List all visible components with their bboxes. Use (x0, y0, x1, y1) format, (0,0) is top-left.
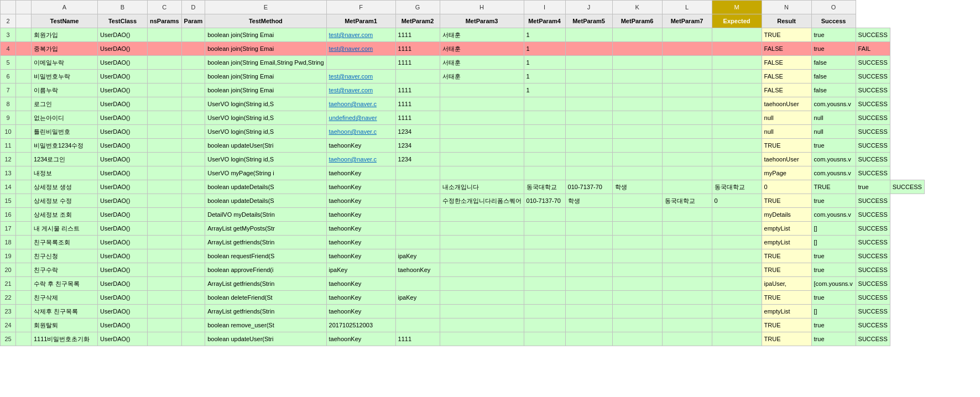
col-letter-i[interactable]: I (524, 1, 565, 14)
cell (712, 332, 762, 346)
col-letter-k[interactable]: K (612, 1, 662, 14)
table-row: 22친구삭제UserDAO()boolean deleteFriend(Stta… (1, 291, 925, 305)
cell: 수락 후 친구목록 (32, 277, 98, 291)
row-number: 11 (1, 139, 16, 153)
col-letter-rownum[interactable] (16, 1, 32, 14)
col-letter-h[interactable]: H (440, 1, 524, 14)
cell: emptyList (762, 236, 811, 249)
cell (612, 125, 662, 139)
cell (662, 83, 712, 97)
col-letter-l[interactable]: L (662, 1, 712, 14)
email-link[interactable]: test@naver.com (329, 87, 373, 93)
cell: 상세정보 수정 (32, 194, 98, 208)
cell (524, 222, 565, 236)
table-row: 3회원가입UserDAO()boolean join(String Emaite… (1, 28, 925, 42)
table-row: 6비밀번호누락UserDAO()boolean join(String Emai… (1, 70, 925, 83)
cell: 1234 (395, 125, 440, 139)
cell (440, 305, 524, 318)
cell (440, 153, 524, 166)
cell: UserDAO() (98, 208, 148, 222)
spreadsheet[interactable]: A B C D E F G H I J K L M N O 2 TestName (0, 0, 980, 397)
header-metparam4: MetParam4 (524, 14, 565, 28)
cell: SUCCESS (856, 97, 890, 111)
email-link[interactable]: undefined@naver (329, 114, 377, 121)
row-number: 3 (1, 28, 16, 42)
cell (662, 249, 712, 263)
cell: taehoon@naver.c (326, 125, 395, 139)
cell (612, 236, 662, 249)
col-letter-a[interactable]: A (32, 1, 98, 14)
row-number-2 (16, 194, 32, 208)
row-number: 14 (1, 180, 16, 194)
cell: true (811, 249, 856, 263)
cell: 1111 (395, 42, 440, 56)
table-row: 7이름누락UserDAO()boolean join(String Emaite… (1, 83, 925, 97)
col-letter-c[interactable]: C (148, 1, 182, 14)
cell: 친구신청 (32, 249, 98, 263)
cell: null (762, 111, 811, 125)
col-letter-n[interactable]: N (762, 1, 811, 14)
col-letter-d[interactable]: D (181, 1, 205, 14)
cell (524, 277, 565, 291)
cell (148, 166, 182, 180)
col-letter-f[interactable]: F (326, 1, 395, 14)
cell (181, 291, 205, 305)
cell: UserDAO() (98, 332, 148, 346)
table-row: 14상세정보 생성UserDAO()boolean updateDetails(… (1, 180, 925, 194)
row-number: 9 (1, 111, 16, 125)
row-number-2 (16, 56, 32, 70)
cell (181, 56, 205, 70)
cell: 회원탈퇴 (32, 318, 98, 332)
header-expected: Expected (712, 14, 762, 28)
email-link[interactable]: taehoon@naver.c (329, 156, 377, 163)
cell (395, 305, 440, 318)
col-letter-o[interactable]: O (811, 1, 856, 14)
col-letter-m[interactable]: M (712, 1, 762, 14)
cell (712, 318, 762, 332)
cell: test@naver.com (326, 42, 395, 56)
cell: 1 (524, 56, 565, 70)
cell: taehoonKey (326, 332, 395, 346)
cell: boolean updateUser(Stri (205, 139, 326, 153)
row-number: 17 (1, 222, 16, 236)
cell: 서태훈 (440, 42, 524, 56)
cell: 1 (524, 42, 565, 56)
col-letter-e[interactable]: E (205, 1, 326, 14)
row-number: 22 (1, 291, 16, 305)
row-number: 4 (1, 42, 16, 56)
col-letter-g[interactable]: G (395, 1, 440, 14)
cell: taehoon@naver.c (326, 153, 395, 166)
email-link[interactable]: test@naver.com (329, 32, 373, 38)
row-number: 10 (1, 125, 16, 139)
email-link[interactable]: taehoon@naver.c (329, 128, 377, 135)
table-row: 5이메일누락UserDAO()boolean join(String Email… (1, 56, 925, 70)
header-testname: TestName (32, 14, 98, 28)
row-number-2 (16, 28, 32, 42)
cell: UserDAO() (98, 56, 148, 70)
cell: UserVO myPage(String i (205, 166, 326, 180)
cell (612, 332, 662, 346)
cell: UserDAO() (98, 42, 148, 56)
cell: com.yousns.v (811, 208, 856, 222)
email-link[interactable]: taehoon@naver.c (329, 101, 377, 107)
cell (612, 139, 662, 153)
cell: 1 (524, 70, 565, 83)
email-link[interactable]: test@naver.com (329, 73, 373, 80)
cell (612, 291, 662, 305)
cell (148, 42, 182, 56)
table-row: 16상세정보 조회UserDAO()DetailVO myDetails(Str… (1, 208, 925, 222)
cell (181, 263, 205, 277)
row-number: 13 (1, 166, 16, 180)
cell (612, 70, 662, 83)
cell: SUCCESS (856, 125, 890, 139)
cell: 학생 (565, 194, 612, 208)
cell: 상세정보 생성 (32, 180, 98, 194)
cell: UserDAO() (98, 194, 148, 208)
col-letter-j[interactable]: J (565, 1, 612, 14)
email-link[interactable]: test@naver.com (329, 45, 373, 52)
cell (662, 166, 712, 180)
cell: UserDAO() (98, 166, 148, 180)
row-number: 12 (1, 153, 16, 166)
col-letter-b[interactable]: B (98, 1, 148, 14)
cell (181, 125, 205, 139)
